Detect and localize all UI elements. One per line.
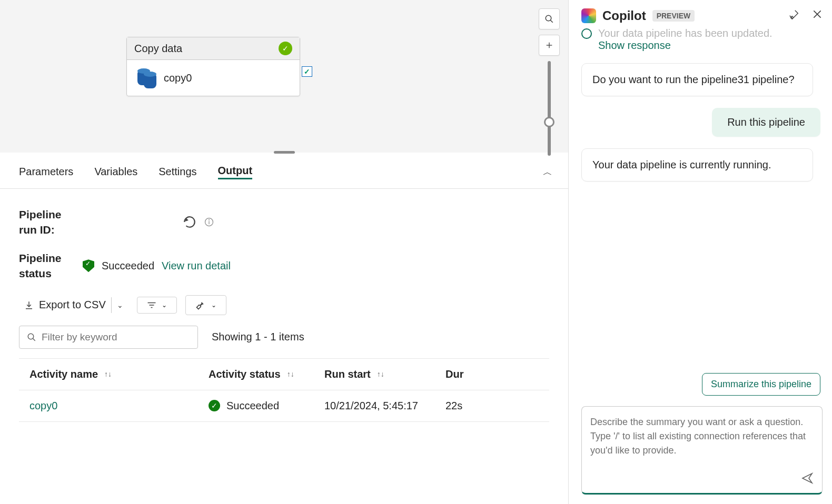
view-run-detail-link[interactable]: View run detail (162, 260, 231, 272)
cell-activity-status: Succeeded (226, 400, 279, 412)
copilot-logo-icon (581, 8, 596, 23)
col-activity-status[interactable]: Activity status (209, 368, 281, 380)
filter-icon (147, 301, 156, 309)
tab-variables[interactable]: Variables (94, 166, 137, 178)
search-icon (27, 332, 36, 342)
zoom-slider[interactable] (548, 61, 551, 156)
preview-badge: PREVIEW (652, 10, 695, 22)
cell-activity-name[interactable]: copy0 (29, 400, 57, 412)
svg-line-13 (33, 338, 35, 341)
collapse-panel-icon[interactable]: ︿ (543, 166, 552, 178)
close-icon[interactable] (812, 9, 823, 23)
search-icon (544, 14, 554, 24)
divider (111, 297, 112, 313)
svg-line-1 (550, 20, 553, 23)
copilot-panel: Copilot PREVIEW Your data pipeline has b… (569, 0, 832, 504)
suggestion-summarize[interactable]: Summarize this pipeline (702, 373, 820, 396)
tools-button[interactable]: ⌄ (185, 295, 226, 315)
activity-card-copy[interactable]: Copy data ✓ copy0 ✓ (126, 37, 300, 96)
activity-name: copy0 (164, 72, 192, 84)
table-row[interactable]: copy0 ✓Succeeded 10/21/2024, 5:45:17 22s (19, 390, 549, 422)
show-response-link[interactable]: Show response (598, 39, 820, 52)
filter-field[interactable] (42, 331, 190, 343)
chevron-down-icon: ⌄ (162, 301, 167, 309)
pipeline-canvas[interactable]: Copy data ✓ copy0 ✓ (0, 0, 568, 153)
refresh-icon[interactable] (183, 215, 196, 229)
col-duration[interactable]: Dur (445, 368, 463, 380)
svg-point-6 (209, 220, 210, 220)
tab-settings[interactable]: Settings (159, 166, 196, 178)
svg-point-0 (546, 15, 551, 21)
sort-icon[interactable]: ↑↓ (104, 370, 112, 378)
database-icon (137, 67, 155, 88)
success-icon: ✓ (209, 400, 220, 411)
pipeline-status-label: Pipeline status (19, 250, 74, 281)
send-icon[interactable] (801, 472, 814, 488)
copilot-status-message: Your data pipeline has been updated. Sho… (581, 27, 820, 52)
results-count-text: Showing 1 - 1 items (212, 331, 304, 343)
copilot-input-placeholder: Describe the summary you want or ask a q… (590, 415, 814, 468)
user-message: Run this pipeline (712, 108, 820, 137)
download-icon (24, 300, 34, 310)
zoom-slider-handle[interactable] (544, 117, 554, 127)
wrench-icon (195, 300, 206, 310)
bottom-panel-tabs: Parameters Variables Settings Output ︿ (0, 155, 568, 189)
pipeline-run-id-label: Pipeline run ID: (19, 207, 74, 238)
col-activity-name[interactable]: Activity name (29, 368, 98, 380)
col-run-start[interactable]: Run start (324, 368, 371, 380)
cell-duration: 22s (445, 400, 462, 412)
plus-icon (545, 41, 553, 49)
copilot-input[interactable]: Describe the summary you want or ask a q… (581, 406, 823, 495)
output-table-header: Activity name↑↓ Activity status↑↓ Run st… (19, 358, 549, 390)
filter-columns-button[interactable]: ⌄ (137, 297, 177, 314)
pipeline-status-value: Succeeded (102, 260, 154, 272)
status-succeeded-icon (83, 259, 94, 272)
broom-icon[interactable] (788, 9, 799, 23)
success-icon: ✓ (279, 42, 292, 55)
tab-parameters[interactable]: Parameters (19, 166, 73, 178)
copilot-message-list: Your data pipeline has been updated. Sho… (581, 31, 823, 396)
copilot-message: Do you want to run the pipeline31 pipeli… (581, 63, 813, 96)
export-dropdown-icon[interactable]: ⌄ (117, 301, 123, 309)
chevron-down-icon: ⌄ (211, 301, 216, 309)
activity-type-label: Copy data (134, 43, 182, 55)
panel-resize-handle[interactable] (274, 151, 295, 154)
zoom-in-button[interactable] (539, 35, 560, 56)
sort-icon[interactable]: ↑↓ (377, 370, 384, 378)
sort-icon[interactable]: ↑↓ (287, 370, 294, 378)
svg-point-12 (28, 334, 34, 339)
filter-input[interactable] (19, 326, 198, 349)
zoom-fit-button[interactable] (539, 8, 560, 29)
copilot-message: Your data pipeline is currently running. (581, 148, 813, 182)
check-icon (581, 28, 592, 39)
copilot-title: Copilot (602, 8, 646, 23)
cell-run-start: 10/21/2024, 5:45:17 (324, 400, 418, 412)
activity-checked-icon: ✓ (302, 66, 312, 77)
tab-output[interactable]: Output (218, 165, 253, 179)
export-to-csv-button[interactable]: Export to CSV (39, 299, 106, 311)
info-icon[interactable] (204, 217, 214, 227)
